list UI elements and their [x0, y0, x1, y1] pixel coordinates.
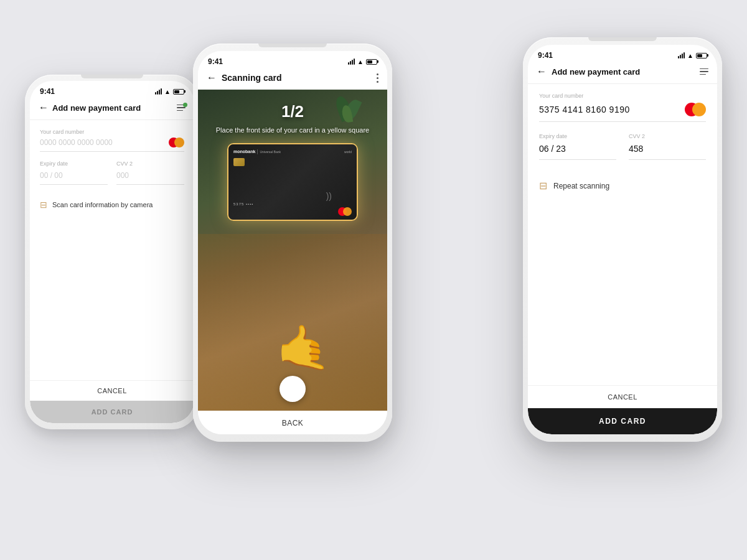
- phone-1-status-bar: 9:41 ▲: [30, 81, 194, 98]
- phone-1-expiry-label: Expiry date: [40, 161, 108, 167]
- phone-1-cancel-btn[interactable]: CANCEL: [30, 381, 194, 401]
- card-bank2: Universal Bank: [260, 150, 281, 154]
- phone-3-expiry-label: Expiry date: [539, 133, 616, 139]
- phone-1-scan-label: Scan card information by camera: [52, 201, 153, 208]
- phone-3-screen: 9:41 ▲ ← Add new payment card: [528, 45, 717, 434]
- phone-3-cvv-input[interactable]: 458: [629, 143, 706, 160]
- phone-2-three-dots[interactable]: [377, 73, 378, 83]
- phone-3-status-bar: 9:41 ▲: [528, 45, 717, 62]
- phone-3-wifi-icon: ▲: [687, 52, 693, 59]
- phone-1-status-icons: ▲: [155, 88, 184, 95]
- phone-2-header: ← Scanning card: [198, 68, 387, 90]
- card-chip: [233, 158, 245, 166]
- phone-3: 9:41 ▲ ← Add new payment card: [523, 37, 722, 442]
- phone-1-card-number-value: 0000 0000 0000 0000: [40, 138, 113, 147]
- phone-1-expiry-field: Expiry date 00 / 00: [40, 161, 108, 185]
- phone-1-cvv-value: 000: [116, 171, 129, 180]
- phone-3-expiry-value: 06 / 23: [539, 144, 566, 154]
- phone-1-mc-logo: [169, 138, 184, 147]
- phone-2-bottom-bar: BACK: [198, 411, 387, 434]
- phone-3-header: ← Add new payment card: [528, 62, 717, 84]
- phone-1-menu-wrapper: [177, 105, 186, 111]
- phone-2-instruction-text: Place the front side of your card in a y…: [198, 125, 387, 136]
- phone-2-time: 9:41: [208, 57, 223, 66]
- phone-1-add-card-btn[interactable]: ADD CARD: [30, 401, 194, 423]
- phone-3-time: 9:41: [538, 51, 553, 60]
- phone-2-screen: 9:41 ▲ ← Scanning card: [198, 51, 387, 434]
- phone-2-wifi-icon: ▲: [357, 58, 364, 65]
- phone-1-expiry-cvv-row: Expiry date 00 / 00 CVV 2 000: [40, 161, 184, 185]
- card-number-partial: 5375 ••••: [233, 202, 253, 206]
- phone-3-signal: [678, 52, 685, 58]
- phone-2-camera-view: 1/2 Place the front side of your card in…: [198, 90, 387, 411]
- phone-3-card-number-label: Your card number: [539, 93, 706, 99]
- phone-1-card-number-input[interactable]: 0000 0000 0000 0000: [40, 138, 184, 152]
- phone-3-card-number-value: 5375 4141 8160 9190: [539, 105, 630, 114]
- phone-3-card-number-input[interactable]: 5375 4141 8160 9190: [539, 103, 706, 122]
- phone-1-notch: [81, 75, 143, 78]
- phone-1-cvv-input[interactable]: 000: [116, 169, 184, 185]
- phone-3-cvv-label: CVV 2: [629, 133, 706, 139]
- phone-1-scan-btn[interactable]: ⊟ Scan card information by camera: [40, 194, 184, 216]
- phone-3-repeat-scan-btn[interactable]: ⊟ Repeat scanning: [539, 171, 706, 200]
- phone-1-signal: [155, 88, 162, 95]
- phone-2-card-frame: monobank Universal Bank world )) 5375 ••…: [227, 143, 358, 221]
- phone-1-header-title: Add new payment card: [52, 103, 177, 113]
- phone-3-battery-icon: [696, 53, 707, 58]
- phone-3-form: Your card number 5375 4141 8160 9190 Exp…: [528, 84, 717, 385]
- phone-3-card-number-field: Your card number 5375 4141 8160 9190: [539, 93, 706, 122]
- phone-1-scan-icon: ⊟: [40, 200, 47, 210]
- phone-1-cvv-label: CVV 2: [116, 161, 184, 167]
- phone-1-wifi-icon: ▲: [164, 88, 171, 95]
- phone-3-repeat-scan-label: Repeat scanning: [553, 182, 609, 190]
- phone-2-header-title: Scanning card: [222, 73, 377, 83]
- card-visual: monobank Universal Bank world )) 5375 ••…: [228, 144, 357, 220]
- phone-3-back-btn[interactable]: ←: [537, 66, 547, 77]
- phone-3-notch: [588, 37, 657, 41]
- phone-2-scan-instruction: 1/2 Place the front side of your card in…: [198, 90, 387, 143]
- phone-1-expiry-value: 00 / 00: [40, 171, 63, 180]
- phone-3-expiry-cvv-row: Expiry date 06 / 23 CVV 2 458: [539, 133, 706, 160]
- phone-3-cvv-value: 458: [629, 144, 643, 154]
- card-mc-logo: [338, 207, 352, 216]
- phone-2-step: 1/2: [198, 102, 387, 121]
- phone-2-signal: [348, 58, 355, 65]
- phone-3-header-title: Add new payment card: [552, 67, 700, 77]
- phone-3-add-card-btn[interactable]: ADD CARD: [528, 408, 717, 434]
- phone-3-bottom-actions: CANCEL ADD CARD: [528, 385, 717, 434]
- phone-1-card-number-field: Your card number 0000 0000 0000 0000: [40, 129, 184, 152]
- phone-2: 9:41 ▲ ← Scanning card: [193, 44, 392, 442]
- phone-1-screen: 9:41 ▲ ← Add new payment card: [30, 81, 194, 423]
- card-separator: [257, 149, 258, 154]
- phone-2-status-bar: 9:41 ▲: [198, 51, 387, 68]
- phone-2-shutter-btn[interactable]: [280, 376, 306, 402]
- phone-3-cvv-field: CVV 2 458: [629, 133, 706, 160]
- phone-3-menu-icon[interactable]: [700, 68, 708, 75]
- phone-1: 9:41 ▲ ← Add new payment card: [25, 75, 199, 429]
- card-bank-name: monobank: [233, 149, 255, 154]
- card-header-row: monobank Universal Bank world: [233, 149, 352, 154]
- phone-3-expiry-field: Expiry date 06 / 23: [539, 133, 616, 160]
- phone-2-back-btn[interactable]: ←: [207, 72, 217, 83]
- phone-1-expiry-input[interactable]: 00 / 00: [40, 169, 108, 185]
- card-world: world: [344, 150, 352, 154]
- phone-1-menu-dot: [183, 103, 187, 107]
- phone-3-expiry-input[interactable]: 06 / 23: [539, 143, 616, 160]
- phone-1-card-number-label: Your card number: [40, 129, 184, 135]
- phone-1-header: ← Add new payment card: [30, 98, 194, 120]
- phone-3-status-icons: ▲: [678, 52, 707, 59]
- phone-2-status-icons: ▲: [348, 58, 377, 65]
- phone-2-back-label[interactable]: BACK: [282, 419, 304, 427]
- phone-1-bottom-actions: CANCEL ADD CARD: [30, 380, 194, 423]
- phone-3-mc-logo: [685, 103, 706, 116]
- phone-3-scan-icon: ⊟: [539, 180, 547, 192]
- phone-1-time: 9:41: [40, 87, 55, 96]
- phone-1-battery-icon: [173, 89, 184, 95]
- hand-overlay: 🤙: [276, 322, 331, 373]
- phone-2-notch: [258, 44, 327, 47]
- phone-1-back-btn[interactable]: ←: [39, 102, 49, 113]
- phone-3-cancel-btn[interactable]: CANCEL: [528, 386, 717, 408]
- phone-2-battery-icon: [366, 59, 377, 65]
- card-nfc-icon: )): [326, 191, 332, 201]
- phone-1-form: Your card number 0000 0000 0000 0000 Exp…: [30, 120, 194, 380]
